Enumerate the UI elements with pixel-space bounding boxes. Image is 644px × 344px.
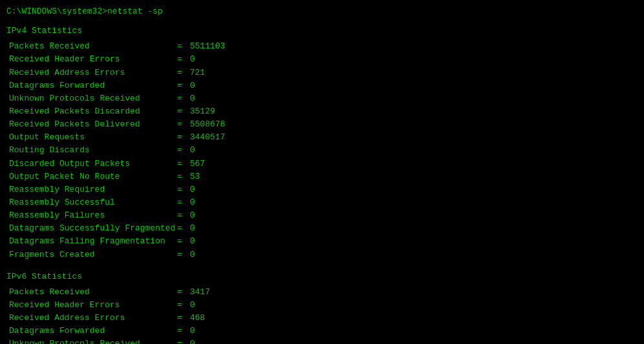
- stat-value: 0: [190, 248, 638, 261]
- stat-equals: =: [177, 118, 190, 131]
- stat-label: Packets Received: [9, 40, 177, 53]
- table-row: Unknown Protocols Received= 0: [9, 92, 638, 105]
- stat-value: 0: [190, 79, 638, 92]
- stat-value: 0: [190, 183, 638, 196]
- table-row: Received Packets Delivered= 5508678: [9, 118, 638, 131]
- stat-value: 35129: [190, 105, 638, 118]
- stat-value: 3417: [190, 286, 638, 299]
- stat-equals: =: [177, 312, 190, 325]
- stat-label: Received Address Errors: [9, 312, 177, 325]
- stat-value: 0: [190, 299, 638, 312]
- stat-value: 468: [190, 312, 638, 325]
- stat-equals: =: [177, 40, 190, 53]
- table-row: Received Address Errors= 468: [9, 312, 638, 325]
- table-row: Datagrams Forwarded= 0: [9, 79, 638, 92]
- stat-equals: =: [177, 183, 190, 196]
- ipv6-header: IPv6 Statistics: [6, 270, 638, 283]
- stat-label: Received Header Errors: [9, 53, 177, 66]
- stat-equals: =: [177, 248, 190, 261]
- stat-label: Datagrams Forwarded: [9, 325, 177, 338]
- stat-label: Output Requests: [9, 131, 177, 144]
- stat-label: Unknown Protocols Received: [9, 92, 177, 105]
- stat-label: Routing Discards: [9, 144, 177, 157]
- table-row: Packets Received= 5511103: [9, 40, 638, 53]
- stat-equals: =: [177, 222, 190, 235]
- stat-label: Datagrams Successfully Fragmented: [9, 222, 177, 235]
- stat-equals: =: [177, 299, 190, 312]
- command-text: C:\WINDOWS\system32>netstat -sp: [6, 6, 163, 16]
- table-row: Reassembly Required= 0: [9, 183, 638, 196]
- stat-value: 0: [190, 325, 638, 338]
- stat-label: Datagrams Failing Fragmentation: [9, 235, 177, 248]
- stat-label: Packets Received: [9, 286, 177, 299]
- stat-equals: =: [177, 325, 190, 338]
- ipv6-title: IPv6 Statistics: [6, 272, 82, 281]
- stat-value: 0: [190, 222, 638, 235]
- stat-value: 721: [190, 66, 638, 79]
- stat-equals: =: [177, 157, 190, 170]
- stat-label: Received Address Errors: [9, 66, 177, 79]
- ipv4-title: IPv4 Statistics: [6, 26, 82, 35]
- table-row: Output Packet No Route= 53: [9, 170, 638, 183]
- stat-label: Unknown Protocols Received: [9, 338, 177, 344]
- command-prompt: C:\WINDOWS\system32>netstat -sp: [6, 5, 638, 18]
- table-row: Discarded Output Packets= 567: [9, 157, 638, 170]
- stat-equals: =: [177, 92, 190, 105]
- stat-label: Reassembly Required: [9, 183, 177, 196]
- ipv4-stats-table: Packets Received= 5511103Received Header…: [9, 40, 638, 261]
- table-row: Datagrams Forwarded= 0: [9, 325, 638, 338]
- table-row: Fragments Created= 0: [9, 248, 638, 261]
- stat-value: 0: [190, 53, 638, 66]
- stat-value: 0: [190, 338, 638, 344]
- stat-equals: =: [177, 196, 190, 209]
- ipv4-header: IPv4 Statistics: [6, 25, 638, 37]
- table-row: Routing Discards= 0: [9, 144, 638, 157]
- stat-value: 0: [190, 144, 638, 157]
- stat-value: 0: [190, 92, 638, 105]
- stat-equals: =: [177, 66, 190, 79]
- stat-equals: =: [177, 338, 190, 344]
- stat-value: 567: [190, 157, 638, 170]
- stat-label: Discarded Output Packets: [9, 157, 177, 170]
- stat-label: Fragments Created: [9, 248, 177, 261]
- stat-label: Output Packet No Route: [9, 170, 177, 183]
- ipv6-stats-table: Packets Received= 3417Received Header Er…: [9, 286, 638, 344]
- stat-equals: =: [177, 79, 190, 92]
- stat-equals: =: [177, 53, 190, 66]
- stat-equals: =: [177, 105, 190, 118]
- stat-equals: =: [177, 144, 190, 157]
- stat-value: 3440517: [190, 131, 638, 144]
- table-row: Unknown Protocols Received= 0: [9, 338, 638, 344]
- stat-value: 53: [190, 170, 638, 183]
- stat-value: 0: [190, 235, 638, 248]
- table-row: Reassembly Failures= 0: [9, 209, 638, 222]
- table-row: Received Address Errors= 721: [9, 66, 638, 79]
- stat-equals: =: [177, 131, 190, 144]
- table-row: Received Packets Discarded= 35129: [9, 105, 638, 118]
- stat-label: Received Packets Discarded: [9, 105, 177, 118]
- table-row: Datagrams Successfully Fragmented= 0: [9, 222, 638, 235]
- stat-label: Reassembly Failures: [9, 209, 177, 222]
- stat-label: Received Header Errors: [9, 299, 177, 312]
- stat-label: Reassembly Successful: [9, 196, 177, 209]
- table-row: Output Requests= 3440517: [9, 131, 638, 144]
- stat-value: 0: [190, 196, 638, 209]
- stat-label: Datagrams Forwarded: [9, 79, 177, 92]
- stat-value: 5511103: [190, 40, 638, 53]
- stat-equals: =: [177, 170, 190, 183]
- stat-equals: =: [177, 286, 190, 299]
- stat-label: Received Packets Delivered: [9, 118, 177, 131]
- stat-value: 0: [190, 209, 638, 222]
- table-row: Datagrams Failing Fragmentation= 0: [9, 235, 638, 248]
- stat-equals: =: [177, 209, 190, 222]
- table-row: Reassembly Successful= 0: [9, 196, 638, 209]
- stat-value: 5508678: [190, 118, 638, 131]
- table-row: Received Header Errors= 0: [9, 53, 638, 66]
- table-row: Packets Received= 3417: [9, 286, 638, 299]
- stat-equals: =: [177, 235, 190, 248]
- table-row: Received Header Errors= 0: [9, 299, 638, 312]
